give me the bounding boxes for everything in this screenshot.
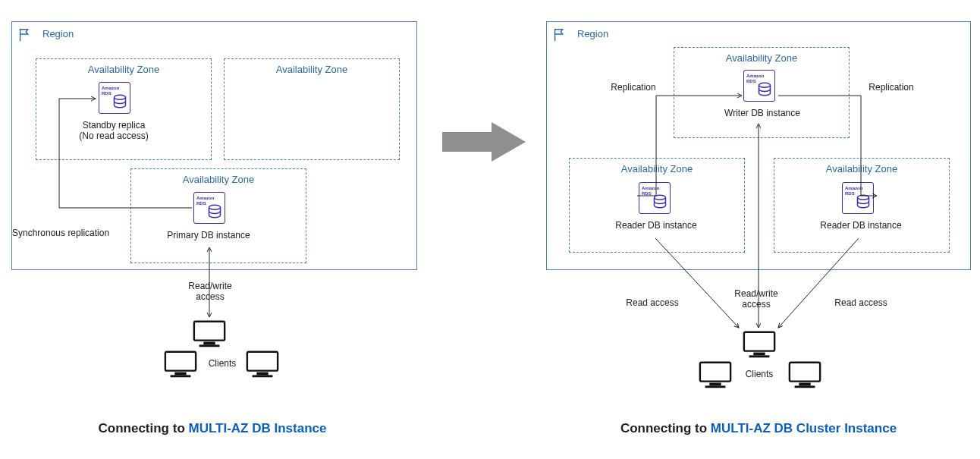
- svg-rect-25: [799, 383, 810, 386]
- svg-rect-22: [709, 383, 721, 386]
- clients-label: Clients: [740, 369, 778, 379]
- svg-rect-26: [795, 385, 815, 388]
- svg-rect-21: [700, 363, 730, 382]
- svg-rect-19: [753, 353, 765, 356]
- caption-right: Connecting to MULTI-AZ DB Cluster Instan…: [584, 421, 933, 436]
- monitor-icon: [742, 329, 777, 360]
- svg-line-17: [778, 238, 859, 328]
- right-lines: [0, 0, 980, 459]
- svg-rect-18: [744, 332, 774, 351]
- monitor-icon: [787, 360, 822, 390]
- svg-rect-23: [705, 385, 726, 388]
- svg-rect-20: [749, 355, 770, 357]
- monitor-icon: [698, 360, 733, 390]
- svg-line-16: [655, 238, 739, 328]
- svg-rect-24: [790, 363, 820, 382]
